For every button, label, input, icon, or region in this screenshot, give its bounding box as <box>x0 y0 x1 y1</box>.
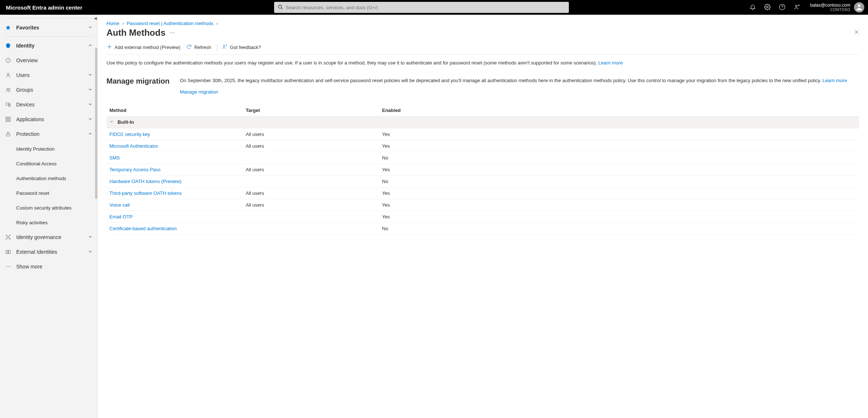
notifications-button[interactable] <box>745 0 760 15</box>
help-button[interactable] <box>775 0 790 15</box>
user-menu[interactable]: balas@contoso.com CONTOSO <box>804 2 868 13</box>
enabled-cell: Yes <box>382 214 859 219</box>
sidebar-show-more[interactable]: Show more <box>0 259 97 274</box>
table-row[interactable]: Microsoft AuthenticatorAll usersYes <box>106 140 859 152</box>
policy-description: Use this policy to configure the authent… <box>106 59 859 67</box>
more-actions-button[interactable]: ··· <box>170 29 175 36</box>
table-row[interactable]: Third-party software OATH tokensAll user… <box>106 187 859 199</box>
manage-migration-link[interactable]: Manage migration <box>180 88 218 96</box>
command-label: Refresh <box>194 45 211 50</box>
svg-rect-30 <box>6 250 8 253</box>
svg-point-34 <box>6 266 7 267</box>
sidebar-item-label: Applications <box>16 116 88 122</box>
sidebar-item-external-identities[interactable]: External Identities <box>0 245 97 259</box>
refresh-icon <box>186 44 194 51</box>
svg-rect-14 <box>6 103 9 105</box>
search-input[interactable] <box>286 5 565 10</box>
method-link[interactable]: Voice call <box>109 202 130 208</box>
add-external-method-button[interactable]: Add external method (Preview) <box>106 44 180 51</box>
sidebar-item-users[interactable]: Users <box>0 68 97 82</box>
column-header-enabled[interactable]: Enabled <box>382 108 856 113</box>
sidebar-sub-authentication-methods[interactable]: Authentication methods <box>0 171 97 186</box>
sidebar-identity[interactable]: Identity <box>0 38 97 53</box>
target-cell: All users <box>246 202 382 208</box>
refresh-button[interactable]: Refresh <box>186 44 211 51</box>
sidebar-sub-identity-protection[interactable]: Identity Protection <box>0 141 97 156</box>
collapse-sidebar-handle[interactable]: ◀ <box>94 16 98 20</box>
svg-point-23 <box>9 235 10 236</box>
sidebar-item-label: External Identities <box>16 249 88 255</box>
chevron-down-icon <box>88 72 93 78</box>
breadcrumb-password-reset[interactable]: Password reset | Authentication methods <box>127 21 213 26</box>
chevron-down-icon <box>88 102 93 108</box>
enabled-cell: Yes <box>382 202 859 208</box>
table-row[interactable]: Temporary Access PassAll usersYes <box>106 164 859 176</box>
column-header-method[interactable]: Method <box>109 108 246 113</box>
sidebar-sub-label: Risky activities <box>16 220 48 225</box>
table-row[interactable]: SMSNo <box>106 152 859 164</box>
sidebar-item-applications[interactable]: Applications <box>0 112 97 127</box>
svg-point-25 <box>9 238 10 239</box>
sidebar-sub-risky-activities[interactable]: Risky activities <box>0 215 97 230</box>
description-text: Use this policy to configure the authent… <box>106 60 598 66</box>
table-row[interactable]: FIDO2 security keyAll usersYes <box>106 129 859 140</box>
sidebar-scrollbar[interactable] <box>95 48 97 199</box>
table-header-row: Method Target Enabled <box>106 105 859 116</box>
sidebar-sub-conditional-access[interactable]: Conditional Access <box>0 156 97 171</box>
sidebar-item-devices[interactable]: Devices <box>0 97 97 112</box>
svg-rect-16 <box>6 117 8 119</box>
method-link[interactable]: Microsoft Authenticator <box>109 143 158 149</box>
method-link[interactable]: SMS <box>109 155 120 161</box>
sidebar-sub-password-reset[interactable]: Password reset <box>0 186 97 200</box>
sidebar-sub-custom-security-attributes[interactable]: Custom security attributes <box>0 200 97 215</box>
target-cell: All users <box>246 190 382 196</box>
table-group-builtin[interactable]: Built-In <box>106 116 859 129</box>
method-link[interactable]: Hardware OATH tokens (Preview) <box>109 179 182 184</box>
svg-point-2 <box>767 6 769 8</box>
svg-point-22 <box>6 235 7 236</box>
table-row[interactable]: Hardware OATH tokens (Preview)No <box>106 176 859 187</box>
sidebar-favorites[interactable]: Favorites <box>0 20 97 35</box>
plus-icon <box>106 44 115 51</box>
method-link[interactable]: FIDO2 security key <box>109 131 150 137</box>
gear-icon <box>764 4 771 11</box>
table-row[interactable]: Certificate-based authenticationNo <box>106 223 859 235</box>
settings-button[interactable] <box>760 0 775 15</box>
global-search[interactable] <box>274 2 569 13</box>
command-bar: Add external method (Preview) Refresh Go… <box>106 44 859 55</box>
group-label: Built-In <box>118 119 134 125</box>
learn-more-link[interactable]: Learn more <box>598 60 623 66</box>
identity-icon <box>4 43 12 49</box>
user-icon <box>4 72 12 78</box>
migration-learn-more-link[interactable]: Learn more <box>822 78 847 83</box>
sidebar-item-label: Overview <box>16 57 93 63</box>
devices-icon <box>4 102 12 108</box>
close-button[interactable] <box>854 29 859 36</box>
user-email: balas@contoso.com <box>810 3 850 8</box>
table-row[interactable]: Voice callAll usersYes <box>106 199 859 211</box>
enabled-cell: No <box>382 155 859 161</box>
method-link[interactable]: Third-party software OATH tokens <box>109 190 182 196</box>
sidebar-item-groups[interactable]: Groups <box>0 82 97 97</box>
app-title: Microsoft Entra admin center <box>0 4 103 11</box>
sidebar-item-protection[interactable]: Protection <box>0 127 97 141</box>
method-link[interactable]: Email OTP <box>109 214 133 219</box>
sidebar-item-overview[interactable]: Overview <box>0 53 97 68</box>
chevron-down-icon <box>88 249 93 255</box>
svg-line-27 <box>8 236 9 237</box>
method-link[interactable]: Certificate-based authentication <box>109 226 177 231</box>
feedback-button[interactable] <box>790 0 804 15</box>
user-info: balas@contoso.com CONTOSO <box>810 3 850 12</box>
breadcrumb-home[interactable]: Home <box>106 21 119 26</box>
svg-point-41 <box>223 45 225 46</box>
sidebar-item-identity-governance[interactable]: Identity governance <box>0 230 97 245</box>
svg-point-12 <box>7 88 8 90</box>
method-link[interactable]: Temporary Access Pass <box>109 167 161 172</box>
column-header-target[interactable]: Target <box>246 108 382 113</box>
sidebar-sub-label: Authentication methods <box>16 176 66 181</box>
svg-point-11 <box>7 73 9 75</box>
table-row[interactable]: Email OTPYes <box>106 211 859 223</box>
svg-line-26 <box>7 236 8 237</box>
got-feedback-button[interactable]: Got feedback? <box>222 44 261 51</box>
lock-icon <box>4 131 12 137</box>
